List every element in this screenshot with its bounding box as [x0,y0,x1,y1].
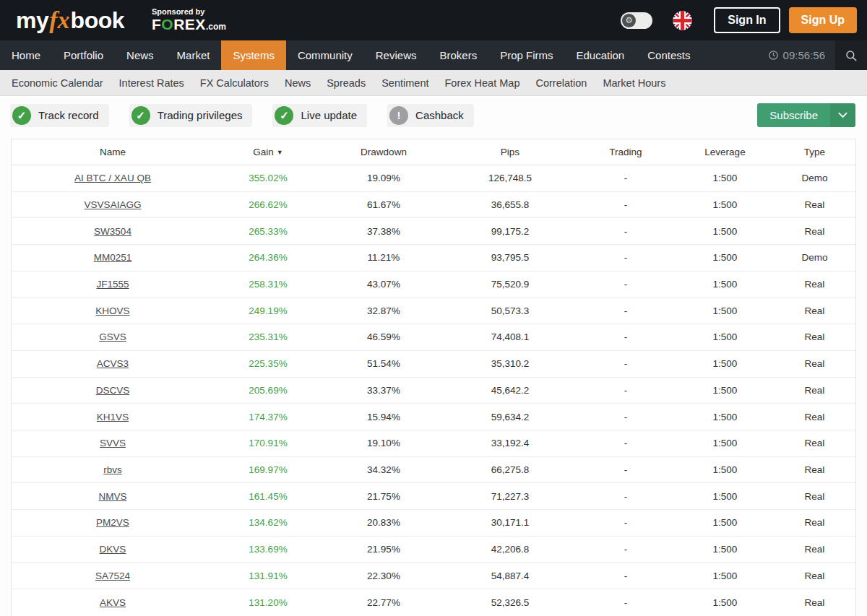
subnav-item-correlation[interactable]: Correlation [535,77,587,89]
search-button[interactable] [835,40,867,70]
gain-cell: 131.91% [214,571,322,581]
nav-item-education[interactable]: Education [565,40,637,70]
sponsor-forex-logo[interactable]: Sponsored by FOREX.com [152,8,226,32]
table-row: SVVS170.91%19.10%33,192.4-1:500Real [12,430,855,457]
system-link[interactable]: NMVS [98,491,126,502]
clock-icon [768,50,779,61]
table-row: KHOVS249.19%32.87%50,573.3-1:500Real [12,298,855,324]
system-link[interactable]: JF1555 [96,279,129,290]
trading-cell: - [575,544,676,555]
pips-cell: 126,748.5 [445,173,575,183]
leverage-cell: 1:500 [676,173,774,183]
nav-item-contests[interactable]: Contests [636,40,702,70]
system-link[interactable]: SW3504 [94,226,131,237]
nav-item-community[interactable]: Community [286,40,364,70]
system-link[interactable]: DKVS [100,544,126,555]
name-cell: NMVS [12,491,214,502]
type-cell: Real [774,199,855,210]
nav-item-systems[interactable]: Systems [221,40,286,70]
subnav-item-news[interactable]: News [285,77,311,89]
system-link[interactable]: KHOVS [95,305,129,316]
leverage-cell: 1:500 [676,517,774,528]
pips-cell: 59,634.2 [445,412,575,422]
filter-badge-trading-privileges[interactable]: ✓Trading privileges [129,104,253,127]
system-link[interactable]: AKVS [100,597,126,608]
trading-cell: - [575,464,676,475]
system-link[interactable]: SA7524 [95,571,130,581]
subnav-item-market-hours[interactable]: Market Hours [603,77,665,89]
leverage-cell: 1:500 [676,597,774,608]
col-header-pips[interactable]: Pips [445,147,575,157]
col-header-label: Trading [609,147,642,157]
type-cell: Real [774,438,855,448]
chevron-down-icon[interactable] [830,103,855,127]
type-cell: Real [774,517,855,528]
drawdown-cell: 46.59% [322,331,445,342]
name-cell: PM2VS [12,517,214,528]
theme-toggle[interactable]: ⚙ [621,12,652,29]
main-nav: HomePortfolioNewsMarketSystemsCommunityR… [0,40,867,70]
col-header-name[interactable]: Name [12,147,214,157]
col-header-drawdown[interactable]: Drawdown [322,147,445,157]
filter-badge-cashback[interactable]: !Cashback [387,104,474,127]
col-header-trading[interactable]: Trading [575,147,676,157]
system-link[interactable]: VSVSAIAGG [85,199,142,210]
table-row: DKVS133.69%21.95%42,206.8-1:500Real [12,537,855,563]
name-cell: AI BTC / XAU QB [12,173,214,183]
subnav-item-spreads[interactable]: Spreads [327,77,366,89]
trading-cell: - [575,226,676,237]
nav-item-prop-firms[interactable]: Prop Firms [488,40,564,70]
system-link[interactable]: AI BTC / XAU QB [74,173,151,183]
name-cell: DKVS [12,544,214,555]
gain-cell: 249.19% [214,305,322,316]
gain-cell: 174.37% [214,412,322,422]
trading-cell: - [575,252,676,263]
col-header-type[interactable]: Type [774,147,855,157]
table-row: AI BTC / XAU QB355.02%19.09%126,748.5-1:… [12,165,855,192]
filter-badge-live-update[interactable]: ✓Live update [272,104,367,127]
system-link[interactable]: DSCVS [96,385,130,396]
trading-cell: - [575,385,676,396]
subnav-item-forex-heat-map[interactable]: Forex Heat Map [444,77,519,89]
system-link[interactable]: ACVS3 [97,358,129,369]
nav-item-home[interactable]: Home [0,40,52,70]
trading-cell: - [575,279,676,290]
nav-item-news[interactable]: News [115,40,165,70]
sign-in-button[interactable]: Sign In [714,7,780,33]
subnav-item-sentiment[interactable]: Sentiment [381,77,428,89]
exclamation-icon: ! [389,106,408,125]
system-link[interactable]: PM2VS [96,517,129,528]
col-header-gain[interactable]: Gain▼ [214,147,322,157]
nav-item-portfolio[interactable]: Portfolio [52,40,115,70]
subnav-item-economic-calendar[interactable]: Economic Calendar [12,77,103,89]
subscribe-button[interactable]: Subscribe [757,103,855,127]
nav-item-reviews[interactable]: Reviews [364,40,428,70]
nav-item-market[interactable]: Market [165,40,222,70]
filter-badge-track-record[interactable]: ✓Track record [10,104,109,127]
pips-cell: 36,655.8 [445,199,575,210]
type-cell: Demo [774,252,855,263]
pips-cell: 33,192.4 [445,438,575,448]
system-link[interactable]: SVVS [100,438,126,448]
sign-up-button[interactable]: Sign Up [789,7,857,33]
filter-badge-label: Cashback [415,109,464,121]
uk-flag-icon[interactable] [673,11,692,30]
pips-cell: 93,795.5 [445,252,575,263]
system-link[interactable]: GSVS [99,331,126,342]
col-header-leverage[interactable]: Leverage [676,147,774,157]
search-icon [845,49,858,62]
gain-cell: 265.33% [214,226,322,237]
system-link[interactable]: MM0251 [94,252,132,263]
table-header-row: NameGain▼DrawdownPipsTradingLeverageType [12,139,855,165]
check-icon: ✓ [12,106,31,125]
subnav-item-interest-rates[interactable]: Interest Rates [119,77,184,89]
table-row: ACVS3225.35%51.54%35,310.2-1:500Real [12,351,855,378]
name-cell: ACVS3 [12,358,214,369]
system-link[interactable]: rbvs [103,464,122,475]
system-link[interactable]: KH1VS [97,412,129,422]
myfxbook-logo[interactable]: myfxbook [16,6,124,34]
subnav-item-fx-calculators[interactable]: FX Calculators [200,77,269,89]
name-cell: VSVSAIAGG [12,199,214,210]
drawdown-cell: 34.32% [322,464,445,475]
nav-item-brokers[interactable]: Brokers [428,40,488,70]
